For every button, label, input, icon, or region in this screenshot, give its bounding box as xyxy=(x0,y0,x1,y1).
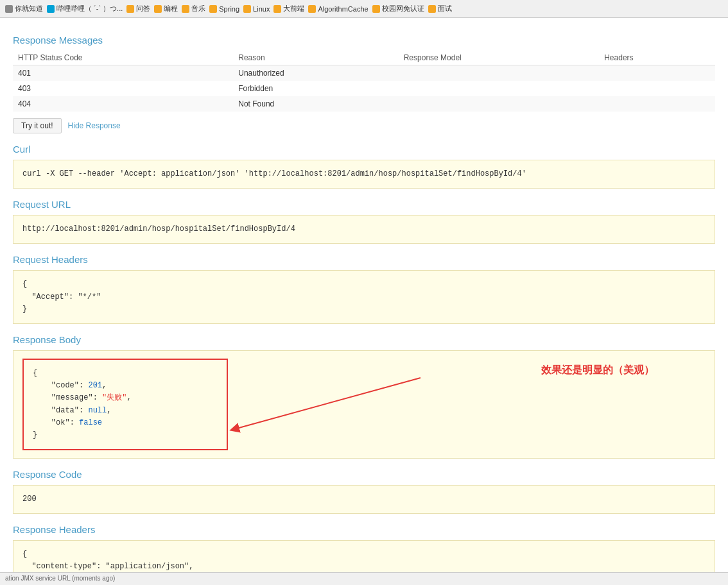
tab-icon-wenda xyxy=(126,5,134,13)
model-403 xyxy=(399,81,599,96)
annotation-text: 效果还是明显的（美观） xyxy=(541,364,654,377)
response-code-title: Response Code xyxy=(13,469,715,480)
status-code-404: 404 xyxy=(13,96,233,112)
tab-algorithm[interactable]: AlgorithmCache xyxy=(308,5,368,13)
tab-campus[interactable]: 校园网免认证 xyxy=(372,4,424,13)
svg-line-0 xyxy=(234,378,420,429)
response-code-block: 200 xyxy=(13,485,715,514)
model-401 xyxy=(399,65,599,81)
request-url-code-block: http://localhost:8201/admin/hosp/hospita… xyxy=(13,215,715,244)
col-reason: Reason xyxy=(233,51,398,65)
status-code-403: 403 xyxy=(13,81,233,96)
tab-mianshi[interactable]: 面试 xyxy=(428,4,452,13)
curl-title: Curl xyxy=(13,144,715,155)
response-messages-title: Response Messages xyxy=(13,35,715,46)
curl-section: Curl curl -X GET --header 'Accept: appli… xyxy=(13,144,715,189)
headers-404 xyxy=(599,96,715,112)
request-url-section: Request URL http://localhost:8201/admin/… xyxy=(13,199,715,244)
reason-403: Forbidden xyxy=(233,81,398,96)
response-messages-table: HTTP Status Code Reason Response Model H… xyxy=(13,51,715,112)
tab-icon-linux xyxy=(243,5,251,13)
tab-icon-algorithm xyxy=(308,5,316,13)
response-body-container: 效果还是明显的（美观） { "code": 201, "message": "失… xyxy=(13,350,715,459)
try-hide-row: Try it out! Hide Response xyxy=(13,118,715,133)
annotation-overlay: 效果还是明显的（美观） { "code": 201, "message": "失… xyxy=(22,359,706,450)
table-row: 401 Unauthorized xyxy=(13,65,715,81)
col-headers: Headers xyxy=(599,51,715,65)
tab-icon-biancheng xyxy=(154,5,162,13)
table-row: 404 Not Found xyxy=(13,96,715,112)
response-code-section: Response Code 200 xyxy=(13,469,715,514)
tab-icon-campus xyxy=(372,5,380,13)
response-body-section: Response Body 效果还是明显的（美观） { "code": 201,… xyxy=(13,334,715,459)
response-body-highlighted-code: { "code": 201, "message": "失败", "data": … xyxy=(22,359,228,450)
tab-bilibili[interactable]: 哔哩哔哩（ ´-` ）つ... xyxy=(47,4,123,13)
col-status-code: HTTP Status Code xyxy=(13,51,233,65)
response-body-title: Response Body xyxy=(13,334,715,345)
bottom-status-bar: ation JMX service URL (moments ago) xyxy=(0,572,728,585)
request-headers-title: Request Headers xyxy=(13,254,715,265)
request-headers-code-block: { "Accept": "*/*" } xyxy=(13,270,715,324)
tab-icon-music xyxy=(182,5,189,13)
response-headers-title: Response Headers xyxy=(13,524,715,535)
tab-icon-bilibili xyxy=(47,5,55,13)
model-404 xyxy=(399,96,599,112)
col-response-model: Response Model xyxy=(399,51,599,65)
response-messages-section: Response Messages HTTP Status Code Reaso… xyxy=(13,35,715,133)
tab-icon-spring xyxy=(209,5,217,13)
reason-404: Not Found xyxy=(233,96,398,112)
tab-icon-daqianduan xyxy=(273,5,281,13)
request-headers-section: Request Headers { "Accept": "*/*" } xyxy=(13,254,715,324)
tab-daqianduan[interactable]: 大前端 xyxy=(273,4,304,13)
hide-response-link[interactable]: Hide Response xyxy=(68,121,121,130)
tab-music[interactable]: 音乐 xyxy=(182,4,205,13)
tab-icon-nzhidao xyxy=(5,5,13,13)
main-content: Response Messages HTTP Status Code Reaso… xyxy=(0,18,728,585)
tab-nzhidao[interactable]: 你就知道 xyxy=(5,4,43,13)
headers-401 xyxy=(599,65,715,81)
table-row: 403 Forbidden xyxy=(13,81,715,96)
reason-401: Unauthorized xyxy=(233,65,398,81)
tab-wenda[interactable]: 问答 xyxy=(126,4,150,13)
browser-tab-bar: 你就知道 哔哩哔哩（ ´-` ）つ... 问答 编程 音乐 Spring Lin… xyxy=(0,0,728,18)
tab-linux[interactable]: Linux xyxy=(243,5,270,13)
try-it-out-button[interactable]: Try it out! xyxy=(13,118,62,133)
headers-403 xyxy=(599,81,715,96)
tab-spring[interactable]: Spring xyxy=(209,5,239,13)
curl-code-block: curl -X GET --header 'Accept: applicatio… xyxy=(13,160,715,189)
request-url-title: Request URL xyxy=(13,199,715,210)
tab-icon-mianshi xyxy=(428,5,436,13)
status-code-401: 401 xyxy=(13,65,233,81)
bottom-hint-text: ation JMX service URL (moments ago) xyxy=(5,575,115,582)
tab-biancheng[interactable]: 编程 xyxy=(154,4,178,13)
